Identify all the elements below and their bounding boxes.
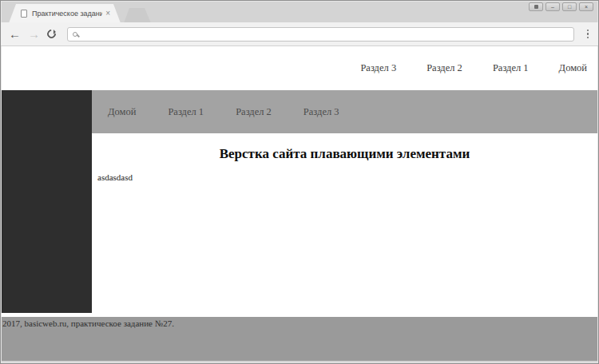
site-content: Верстка сайта плавающими элементами asda… [92,133,597,182]
nav-item-razdel3[interactable]: Раздел 3 [303,106,339,118]
reload-icon[interactable] [46,28,58,40]
site-header: Раздел 3 Раздел 2 Раздел 1 Домой [2,46,597,90]
content-text: asdasdasd [97,172,597,182]
page-viewport: Раздел 3 Раздел 2 Раздел 1 Домой Домой Р… [2,46,597,361]
address-input[interactable] [82,29,569,40]
tab-title: Практическое задание 27 [32,10,102,18]
top-menu-item-home[interactable]: Домой [559,62,587,74]
site-right-column: Домой Раздел 1 Раздел 2 Раздел 3 Верстка… [92,90,597,182]
browser-window: Практическое задание 27 × – □ × ← → Разд… [0,0,599,364]
site-footer: 2017, basicweb.ru, практическое задание … [2,317,597,328]
new-tab-button[interactable] [124,8,151,23]
top-menu-item-razdel3[interactable]: Раздел 3 [360,62,396,74]
site-nav: Домой Раздел 1 Раздел 2 Раздел 3 [92,90,597,133]
maximize-button[interactable]: □ [562,2,577,11]
nav-item-razdel1[interactable]: Раздел 1 [168,106,204,118]
browser-toolbar: ← → [1,22,598,46]
close-button[interactable]: × [579,2,593,11]
browser-menu-icon[interactable] [585,28,591,41]
minimize-button[interactable]: – [545,2,560,11]
app-icon-button[interactable] [529,2,543,11]
site-main: Домой Раздел 1 Раздел 2 Раздел 3 Верстка… [2,90,597,317]
search-icon [73,32,77,37]
nav-item-home[interactable]: Домой [108,106,136,118]
forward-icon: → [28,28,40,40]
window-controls: – □ × [529,2,593,11]
address-bar[interactable] [67,27,574,42]
browser-tab[interactable]: Практическое задание 27 × [9,4,121,23]
back-icon[interactable]: ← [9,28,21,40]
nav-item-razdel2[interactable]: Раздел 2 [236,106,272,118]
app-icon [534,5,538,9]
top-menu-item-razdel1[interactable]: Раздел 1 [493,62,529,74]
site-sidebar [2,90,92,313]
page-favicon-icon [21,10,27,18]
page-title: Верстка сайта плавающими элементами [92,146,597,162]
top-menu-item-razdel2[interactable]: Раздел 2 [426,62,462,74]
tab-close-icon[interactable]: × [105,10,110,18]
